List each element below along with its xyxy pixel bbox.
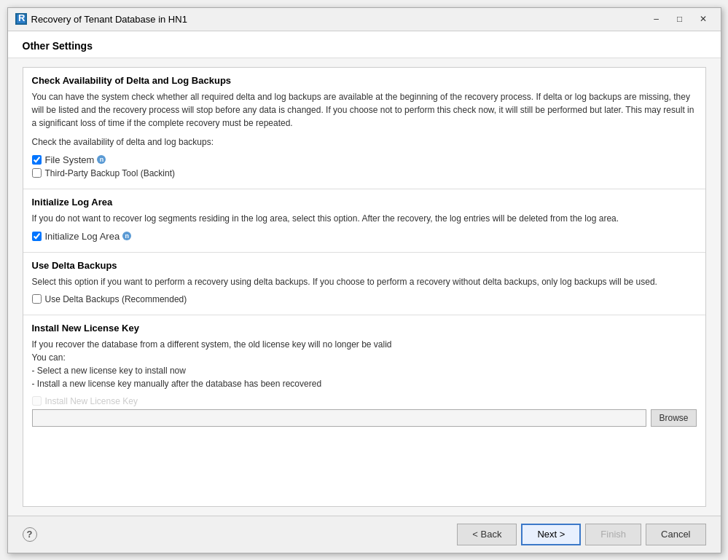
init-log-row: Initialize Log Area n [32,231,697,242]
section-install-license: Install New License Key If you recover t… [23,315,705,434]
title-bar-left: R Recovery of Tenant Database in HN1 [15,13,187,25]
title-bar-controls: – □ ✕ [646,12,713,26]
license-key-input[interactable] [32,409,647,427]
section-initialize-log: Initialize Log Area If you do not want t… [23,189,705,253]
footer: ? < Back Next > Finish Cancel [8,516,721,553]
browse-button[interactable]: Browse [651,409,696,427]
file-system-label: File System n [45,154,106,165]
init-log-area-checkbox[interactable] [32,232,42,241]
section-title-check-availability: Check Availability of Delta and Log Back… [32,75,697,86]
back-button[interactable]: < Back [457,524,517,545]
license-key-row: Browse [32,409,697,427]
use-delta-label: Use Delta Backups (Recommended) [45,294,187,304]
file-system-info-icon[interactable]: n [97,155,106,164]
help-button[interactable]: ? [23,527,37,542]
main-window: R Recovery of Tenant Database in HN1 – □… [7,7,721,553]
title-bar: R Recovery of Tenant Database in HN1 – □… [8,8,721,31]
footer-buttons: < Back Next > Finish Cancel [457,524,705,545]
footer-left: ? [23,527,37,542]
third-party-label: Third-Party Backup Tool (Backint) [45,168,176,178]
install-license-checkbox[interactable] [32,396,42,406]
maximize-button[interactable]: □ [670,12,690,26]
window-icon: R [15,13,27,25]
scrollable-panel[interactable]: Check Availability of Delta and Log Back… [23,67,706,507]
section-desc-delta-backups: Select this option if you want to perfor… [32,275,697,288]
section-title-delta-backups: Use Delta Backups [32,260,697,271]
content-area: Check Availability of Delta and Log Back… [8,58,721,516]
section-check-availability: Check Availability of Delta and Log Back… [23,68,705,189]
section-title-install-license: Install New License Key [32,323,697,334]
svg-text:R: R [18,14,26,23]
finish-button[interactable]: Finish [585,524,641,545]
third-party-checkbox[interactable] [32,168,42,178]
section-delta-backups: Use Delta Backups Select this option if … [23,253,705,315]
init-log-info-icon[interactable]: n [122,232,131,240]
section-desc-check-availability: You can have the system check whether al… [32,90,697,130]
file-system-checkbox[interactable] [32,155,42,165]
install-license-label: Install New License Key [45,396,138,406]
init-log-area-label: Initialize Log Area n [45,231,132,242]
check-sub-label: Check the availability of delta and log … [32,135,697,149]
install-license-row: Install New License Key [32,396,697,406]
use-delta-row: Use Delta Backups (Recommended) [32,294,697,304]
page-title: Other Settings [23,40,706,52]
section-desc-install-license: If you recover the database from a diffe… [32,338,697,390]
minimize-button[interactable]: – [646,12,667,26]
section-desc-initialize-log: If you do not want to recover log segmen… [32,212,697,225]
window-title: Recovery of Tenant Database in HN1 [31,14,187,25]
page-header: Other Settings [8,31,721,58]
next-button[interactable]: Next > [521,524,581,545]
use-delta-checkbox[interactable] [32,294,42,304]
section-title-initialize-log: Initialize Log Area [32,197,697,208]
file-system-row: File System n [32,154,697,165]
third-party-row: Third-Party Backup Tool (Backint) [32,168,697,178]
cancel-button[interactable]: Cancel [646,524,705,545]
close-button[interactable]: ✕ [693,12,713,26]
